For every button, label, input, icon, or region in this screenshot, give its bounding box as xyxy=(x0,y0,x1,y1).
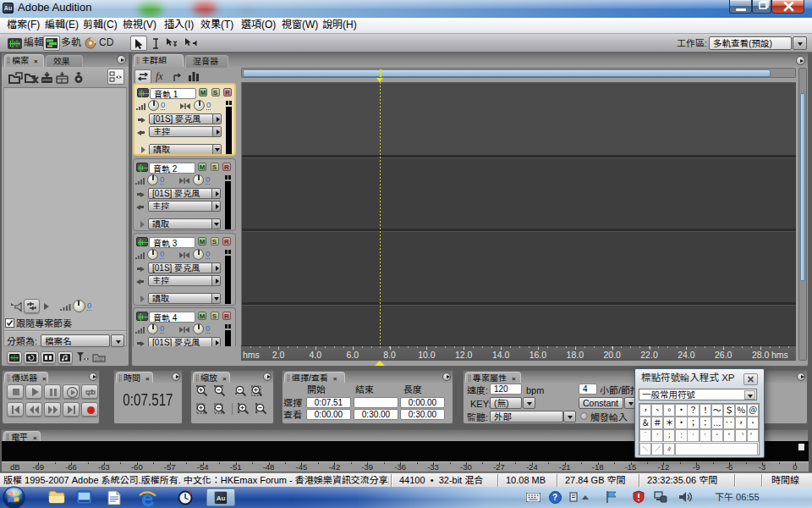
svg-text:?: ? xyxy=(552,493,557,502)
svg-text:0:00: 0:00 xyxy=(95,356,103,362)
